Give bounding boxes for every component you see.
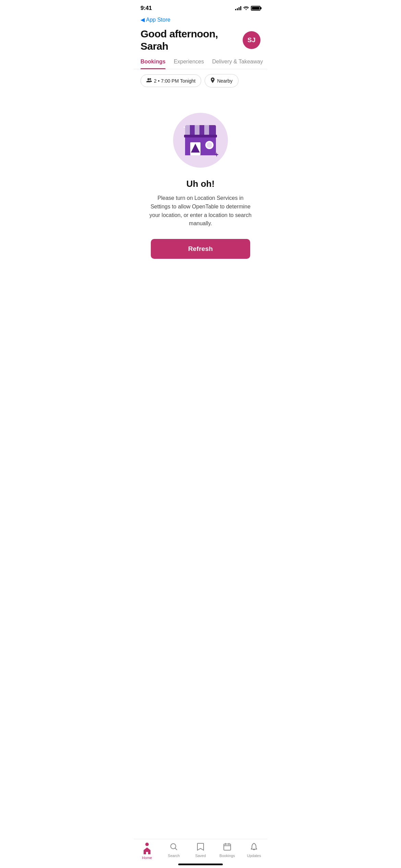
app-store-back[interactable]: ◀ App Store	[134, 14, 267, 24]
store-building-icon	[183, 125, 218, 155]
filters-row: 2 • 7:00 PM Tonight Nearby	[134, 69, 267, 92]
sparkle-br-icon	[214, 152, 219, 157]
store-icon	[182, 123, 219, 157]
main-content: Uh oh! Please turn on Location Services …	[134, 92, 267, 269]
nearby-label: Nearby	[217, 78, 232, 84]
header: Good afternoon, Sarah SJ	[134, 24, 267, 52]
error-title: Uh oh!	[186, 179, 215, 189]
svg-rect-2	[195, 125, 199, 136]
location-icon	[210, 77, 215, 84]
signal-bars-icon	[235, 6, 241, 10]
back-label: App Store	[146, 17, 170, 23]
guests-time-filter[interactable]: 2 • 7:00 PM Tonight	[141, 74, 201, 87]
tab-delivery-takeaway[interactable]: Delivery & Takeaway	[212, 59, 263, 69]
status-icons	[235, 5, 260, 11]
svg-rect-3	[204, 125, 209, 136]
greeting-text: Good afternoon, Sarah	[141, 28, 243, 52]
svg-rect-1	[185, 125, 190, 136]
status-time: 9:41	[141, 5, 152, 12]
nearby-filter[interactable]: Nearby	[205, 74, 238, 87]
status-bar: 9:41	[134, 0, 267, 14]
tabs-nav: Bookings Experiences Delivery & Takeaway	[134, 52, 267, 69]
svg-point-9	[207, 142, 212, 148]
error-message: Please turn on Location Services in Sett…	[149, 194, 252, 228]
refresh-button[interactable]: Refresh	[151, 239, 250, 259]
wifi-icon	[243, 5, 249, 11]
avatar[interactable]: SJ	[243, 31, 260, 49]
battery-icon	[251, 6, 260, 11]
tab-bookings[interactable]: Bookings	[141, 59, 166, 69]
guests-time-label: 2 • 7:00 PM Tonight	[154, 78, 195, 84]
guests-icon	[146, 78, 152, 84]
tab-experiences[interactable]: Experiences	[174, 59, 204, 69]
back-arrow-icon: ◀	[141, 16, 145, 23]
error-illustration	[173, 113, 228, 168]
svg-rect-4	[184, 135, 217, 137]
